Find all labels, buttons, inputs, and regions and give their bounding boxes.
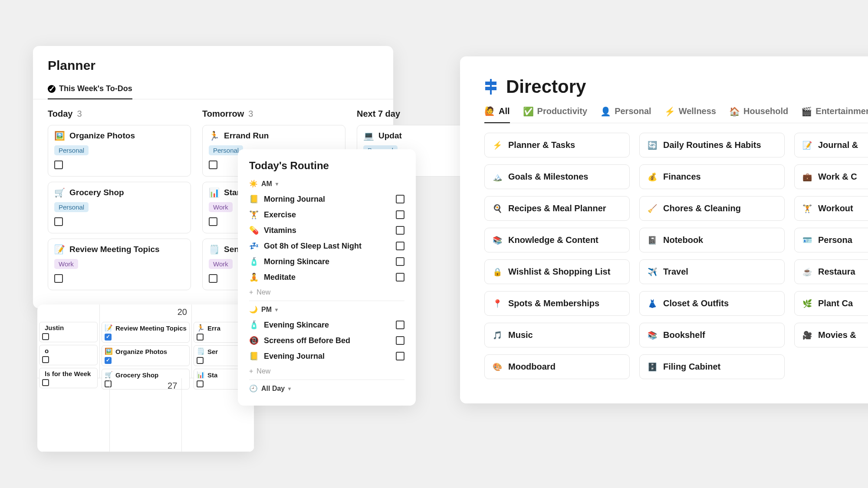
- directory-item[interactable]: 📚Knowledge & Content: [484, 228, 630, 252]
- event-checkbox[interactable]: [42, 356, 49, 363]
- directory-item[interactable]: ✈️Travel: [639, 259, 785, 284]
- directory-item[interactable]: 📍Spots & Memberships: [484, 291, 630, 316]
- plus-icon: +: [249, 288, 253, 296]
- task-card[interactable]: 🖼️Organize Photos Personal: [48, 125, 191, 177]
- routine-item[interactable]: 💤Got 8h of Sleep Last Night: [249, 238, 404, 254]
- directory-item[interactable]: 🌿Plant Ca: [794, 291, 868, 316]
- directory-item-label: Movies &: [818, 330, 856, 340]
- directory-item[interactable]: 👗Closet & Outfits: [639, 291, 785, 316]
- task-checkbox[interactable]: [54, 160, 63, 169]
- task-card[interactable]: 🛒Grocery Shop Personal: [48, 182, 191, 233]
- routine-item-icon: 📒: [249, 351, 259, 361]
- planner-tab-todos[interactable]: ✓ This Week's To-Dos: [48, 80, 132, 99]
- routine-checkbox[interactable]: [396, 336, 404, 345]
- directory-item-label: Moodboard: [508, 362, 556, 372]
- event-title: Erra: [207, 324, 220, 332]
- routine-item[interactable]: 🧘Meditate: [249, 269, 404, 285]
- routine-item[interactable]: 💊Vitamins: [249, 223, 404, 238]
- task-checkbox[interactable]: [209, 160, 217, 169]
- directory-item[interactable]: 🪪Persona: [794, 228, 868, 252]
- directory-item[interactable]: 🏋️Workout: [794, 196, 868, 221]
- calendar-event[interactable]: 🖼️Organize Photos: [102, 345, 190, 366]
- event-icon: 📝: [105, 324, 113, 332]
- directory-item[interactable]: ⚡Planner & Tasks: [484, 133, 630, 157]
- routine-new-button[interactable]: +New: [249, 285, 404, 298]
- directory-item-icon: 🧹: [648, 204, 657, 213]
- routine-item[interactable]: 📒Morning Journal: [249, 191, 404, 207]
- routine-checkbox[interactable]: [396, 257, 404, 266]
- task-checkbox[interactable]: [209, 274, 217, 283]
- directory-item-icon: 🪪: [802, 236, 812, 245]
- directory-item-icon: 💰: [648, 172, 657, 182]
- task-title: Errand Run: [224, 131, 269, 141]
- event-checkbox[interactable]: [42, 333, 49, 340]
- directory-item[interactable]: 🔄Daily Routines & Habits: [639, 133, 785, 157]
- directory-tab[interactable]: ⚡Wellness: [664, 106, 716, 117]
- directory-item[interactable]: 🍳Recipes & Meal Planner: [484, 196, 630, 221]
- routine-item[interactable]: 🧴Evening Skincare: [249, 317, 404, 333]
- routine-checkbox[interactable]: [396, 273, 404, 282]
- directory-item[interactable]: 🧹Chores & Cleaning: [639, 196, 785, 221]
- event-checkbox[interactable]: [105, 334, 112, 341]
- directory-item[interactable]: 📚Bookshelf: [639, 323, 785, 347]
- group-label: PM: [261, 306, 272, 314]
- routine-group-header[interactable]: 🌙PM▾: [249, 303, 404, 317]
- directory-tab[interactable]: 🏠Household: [729, 106, 788, 117]
- directory-item[interactable]: 📓Notebook: [639, 228, 785, 252]
- directory-item[interactable]: 📝Journal &: [794, 133, 868, 157]
- directory-item[interactable]: 🎥Movies &: [794, 323, 868, 347]
- routine-item[interactable]: 🏋️Exercise: [249, 207, 404, 223]
- routine-group-header[interactable]: ☀️AM▾: [249, 177, 404, 191]
- routine-new-button[interactable]: +New: [249, 364, 404, 377]
- directory-item[interactable]: ☕Restaura: [794, 259, 868, 284]
- directory-tab[interactable]: 🙋All: [484, 106, 510, 123]
- tab-icon: ✅: [523, 106, 534, 117]
- routine-group-header[interactable]: 🕘All Day▾: [249, 382, 404, 396]
- directory-item-icon: ☕: [802, 267, 812, 277]
- directory-tab[interactable]: ✅Productivity: [523, 106, 588, 117]
- task-tag: Work: [209, 259, 233, 269]
- routine-item[interactable]: 📒Evening Journal: [249, 348, 404, 364]
- routine-checkbox[interactable]: [396, 195, 404, 203]
- calendar-event[interactable]: Justin: [39, 322, 98, 342]
- routine-checkbox[interactable]: [396, 242, 404, 250]
- calendar-cell[interactable]: 27: [110, 378, 182, 452]
- directory-item-icon: 📍: [493, 299, 502, 308]
- directory-item-icon: 🔒: [493, 267, 502, 277]
- directory-item[interactable]: 💰Finances: [639, 164, 785, 189]
- directory-item[interactable]: 🔒Wishlist & Shopping List: [484, 259, 630, 284]
- event-icon: 🖼️: [105, 347, 113, 355]
- routine-checkbox[interactable]: [396, 210, 404, 219]
- directory-item[interactable]: 🗄️Filing Cabinet: [639, 354, 785, 379]
- directory-item[interactable]: 🎵Music: [484, 323, 630, 347]
- event-checkbox[interactable]: [197, 357, 204, 364]
- task-card[interactable]: 📝Review Meeting Topics Work: [48, 239, 191, 290]
- routine-item[interactable]: 📵Screens off Before Bed: [249, 333, 404, 348]
- task-checkbox[interactable]: [54, 274, 63, 283]
- calendar-event[interactable]: 📝Review Meeting Topics: [102, 322, 190, 343]
- routine-checkbox[interactable]: [396, 352, 404, 360]
- directory-item[interactable]: 💼Work & C: [794, 164, 868, 189]
- calendar-event[interactable]: o: [39, 345, 98, 365]
- task-tag: Personal: [54, 202, 89, 212]
- event-checkbox[interactable]: [105, 357, 112, 364]
- routine-checkbox[interactable]: [396, 226, 404, 235]
- directory-tab[interactable]: 🎬Entertainment: [801, 106, 868, 117]
- calendar-cell[interactable]: [37, 378, 110, 452]
- directory-item-label: Wishlist & Shopping List: [508, 267, 610, 277]
- routine-checkbox[interactable]: [396, 321, 404, 329]
- task-checkbox[interactable]: [209, 217, 217, 226]
- calendar-cell[interactable]: 20📝Review Meeting Topics🖼️Organize Photo…: [100, 305, 192, 378]
- directory-item-icon: 💼: [802, 172, 812, 182]
- event-checkbox[interactable]: [197, 334, 204, 341]
- tab-icon: 🙋: [484, 106, 495, 116]
- group-icon: ☀️: [249, 180, 258, 188]
- directory-item[interactable]: 🏔️Goals & Milestones: [484, 164, 630, 189]
- tab-icon: 🎬: [801, 106, 812, 117]
- task-checkbox[interactable]: [54, 217, 63, 226]
- routine-item[interactable]: 🧴Morning Skincare: [249, 254, 404, 269]
- directory-item-icon: 🏋️: [802, 204, 812, 213]
- calendar-cell[interactable]: Justinols for the Week: [37, 305, 100, 378]
- directory-item[interactable]: 🎨Moodboard: [484, 354, 630, 379]
- directory-tab[interactable]: 👤Personal: [600, 106, 651, 117]
